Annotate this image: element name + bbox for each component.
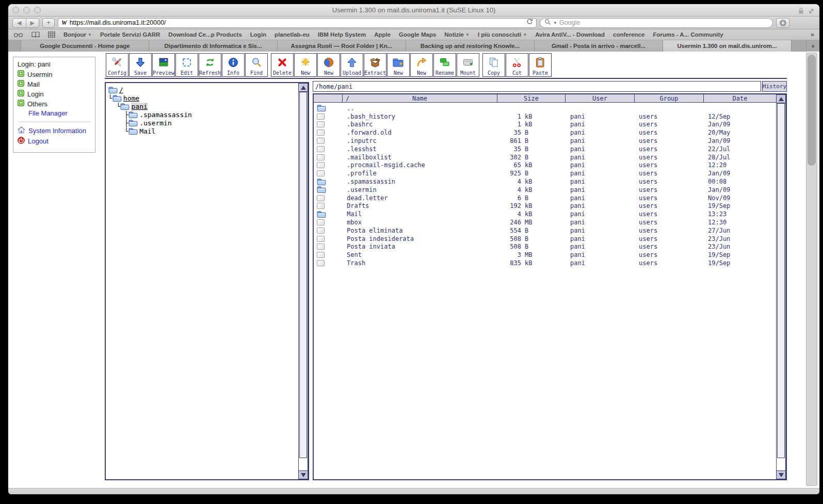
reload-icon[interactable]	[526, 18, 533, 27]
top-sites-grid-icon[interactable]	[48, 31, 55, 38]
listing-scrollbar[interactable]	[776, 94, 786, 479]
tree-node[interactable]: ├.spamassassin	[108, 110, 297, 119]
root-slash-link[interactable]: /	[346, 95, 349, 102]
extract-button[interactable]: Extract	[364, 53, 386, 77]
search-engine-caret-icon[interactable]: ▼	[553, 21, 557, 25]
file-row[interactable]: Posta indesiderata508Bpaniusers23/Jun	[314, 235, 776, 243]
tree-scrollbar[interactable]	[298, 83, 308, 479]
tab-4[interactable]: Gmail - Posta in arrivo - marcell...	[535, 40, 663, 52]
address-bar[interactable]: W https://mail.dis.uniroma1.it:20000/	[58, 18, 537, 28]
bookmark-item[interactable]: conference	[613, 31, 644, 38]
tab-active[interactable]: Usermin 1.300 on mail.dis.unirom...	[663, 40, 792, 52]
file-row[interactable]: Sent3MBpaniusers19/Sep	[314, 251, 776, 259]
bookmark-item[interactable]: Bonjour▼	[63, 31, 92, 38]
bookmark-item[interactable]: Avira AntiV... - Download	[535, 31, 605, 38]
copy-button[interactable]: Copy	[482, 53, 505, 77]
zoom-window-button[interactable]	[34, 7, 41, 13]
new-button[interactable]: New	[294, 53, 317, 77]
window-scrollbar[interactable]	[806, 53, 817, 486]
file-row[interactable]: Posta inviata508Bpaniusers23/Jun	[314, 243, 776, 251]
file-row[interactable]: .bash_history1kBpaniusers12/Sep	[314, 112, 776, 121]
paste-button[interactable]: Paste	[529, 53, 552, 77]
bookmark-item[interactable]: Google Maps	[399, 31, 436, 38]
file-row[interactable]: .mailboxlist302Bpaniusers28/Jul	[314, 153, 776, 161]
sidebar-item-login[interactable]: Login	[18, 90, 92, 98]
sidebar-item-others[interactable]: Others	[18, 100, 92, 108]
tree-node[interactable]: └home	[108, 94, 297, 102]
reading-list-glasses-icon[interactable]	[13, 32, 23, 38]
tree-node[interactable]: └pani	[108, 102, 297, 110]
file-row[interactable]: .profile925BpaniusersJan/09	[314, 169, 776, 177]
add-bookmark-button[interactable]: +	[42, 18, 55, 28]
window-scrollbar-thumb[interactable]	[808, 55, 816, 166]
bookmarks-overflow-chevron[interactable]: »	[811, 31, 814, 38]
file-row[interactable]: Posta eliminata554Bpaniusers27/Jun	[314, 226, 776, 235]
file-row[interactable]: .spamassassin4kBpaniusers00:08	[314, 177, 776, 186]
sidebar-item-system-information[interactable]: System Information	[18, 126, 92, 135]
bookmark-item[interactable]: Notizie▼	[444, 31, 470, 38]
file-row[interactable]: Mail4kBpaniusers13:23	[314, 210, 776, 218]
new-button[interactable]: New	[387, 53, 410, 77]
sidebar-item-file-manager[interactable]: File Manager	[28, 109, 92, 117]
file-row[interactable]: Drafts192kBpaniusers19/Sep	[314, 202, 776, 210]
new-button[interactable]: New	[410, 53, 433, 77]
file-row[interactable]: dead.letter6BpaniusersNov/09	[314, 194, 776, 202]
bookmark-item[interactable]: Apple	[374, 31, 391, 38]
mount-button[interactable]: Mount	[457, 53, 479, 77]
delete-button[interactable]: Delete	[271, 53, 294, 77]
file-row[interactable]: .lesshst35Bpaniusers22/Jul	[314, 145, 776, 153]
resize-icon[interactable]	[809, 7, 814, 16]
edit-button[interactable]: Edit	[175, 53, 198, 77]
tab-0[interactable]: Google Documenti - Home page	[21, 40, 149, 52]
bookmark-item[interactable]: IBM Help System	[318, 31, 366, 38]
file-row[interactable]: Trash835kBpaniusers19/Sep	[314, 259, 776, 267]
close-window-button[interactable]	[12, 7, 19, 13]
file-row[interactable]: .bashrc1kBpaniusersJan/09	[314, 121, 776, 129]
info-button[interactable]: Info	[222, 53, 245, 77]
tree-node[interactable]: /	[108, 86, 297, 94]
tab-1[interactable]: Dipartimento di Informatica e Sis...	[149, 40, 278, 52]
scroll-down-icon[interactable]	[298, 470, 308, 479]
file-row[interactable]: mbox246MBpaniusers12:30	[314, 218, 776, 226]
file-row[interactable]: .forward.old35Bpaniusers20/May	[314, 128, 776, 137]
rename-button[interactable]: Rename	[433, 53, 456, 77]
file-row[interactable]: .inputrc861BpaniusersJan/09	[314, 137, 776, 145]
tree-node[interactable]: ├.usermin	[108, 119, 297, 127]
upload-button[interactable]: Upload	[341, 53, 363, 77]
bookmark-item[interactable]: I più conosciuti▼	[478, 31, 527, 38]
refresh-button[interactable]: Refresh	[199, 53, 221, 77]
listing-scrollbar-thumb[interactable]	[777, 103, 785, 458]
back-button[interactable]: ◀	[13, 19, 26, 27]
tab-2[interactable]: Assegna Ruoli — Root Folder | Kn...	[278, 40, 406, 52]
config-button[interactable]: Config	[106, 53, 128, 77]
bookmark-item[interactable]: Portale Servizi GARR	[100, 31, 160, 38]
bookmarks-book-icon[interactable]	[31, 31, 40, 38]
file-row[interactable]: ..	[314, 104, 776, 112]
find-button[interactable]: Find	[245, 53, 268, 77]
bookmark-item[interactable]: Download Ce...p Products	[168, 31, 241, 38]
bookmark-item[interactable]: Login	[250, 31, 266, 38]
save-button[interactable]: Save	[129, 53, 152, 77]
file-row[interactable]: .usermin4kBpaniusersJan/09	[314, 186, 776, 194]
preview-button[interactable]: Preview	[152, 53, 175, 77]
bookmark-item[interactable]: planetlab-eu	[275, 31, 310, 38]
scroll-down-icon[interactable]	[776, 470, 786, 479]
bookmark-item[interactable]: Forums - A... Community	[653, 31, 723, 38]
tab-3[interactable]: Backing up and restoring Knowle...	[406, 40, 535, 52]
history-button[interactable]: History	[762, 81, 787, 92]
downloads-button[interactable]	[776, 18, 789, 28]
cut-button[interactable]: Cut	[506, 53, 528, 77]
sidebar-item-mail[interactable]: Mail	[18, 80, 92, 88]
sidebar-item-usermin[interactable]: Usermin	[18, 70, 92, 78]
search-field[interactable]: ▼ Google	[540, 18, 773, 28]
scroll-up-icon[interactable]	[776, 94, 786, 103]
forward-button[interactable]: ▶	[26, 19, 39, 27]
new-tab-button[interactable]: +	[806, 40, 819, 52]
path-input[interactable]	[313, 81, 761, 92]
minimize-window-button[interactable]	[23, 7, 30, 13]
new-button[interactable]: New	[317, 53, 340, 77]
sidebar-item-logout[interactable]: Logout	[18, 137, 92, 145]
tree-scrollbar-thumb[interactable]	[299, 92, 307, 458]
file-row[interactable]: .procmail-msgid.cache65kBpaniusers12:20	[314, 161, 776, 170]
scroll-up-icon[interactable]	[298, 83, 308, 92]
